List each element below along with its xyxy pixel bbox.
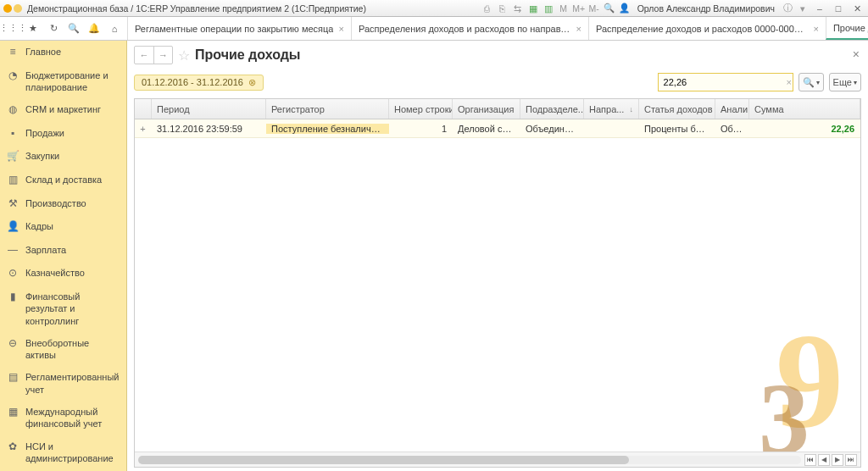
tab-raspredelenie-doc[interactable]: Распределение доходов и расходов 0000-00…: [588, 17, 826, 40]
tab-raspredeleniya[interactable]: Распределения доходов и расходов по напр…: [351, 17, 588, 40]
box-icon: ▪: [7, 127, 19, 141]
money-icon: —: [7, 244, 19, 258]
tab-prochie-dokhody[interactable]: Прочие доходы ×: [826, 17, 868, 40]
book-icon: ▤: [7, 371, 19, 385]
search-box[interactable]: ×: [658, 73, 793, 91]
m-minus-icon[interactable]: M-: [588, 3, 600, 14]
sidebar-item-ifrs[interactable]: ▦Международный финансовый учет: [0, 401, 126, 435]
search-input[interactable]: [659, 77, 786, 87]
window-title: Демонстрационная база / 1С:ERP Управлени…: [27, 3, 366, 14]
watermark-icon-2: 3: [759, 379, 810, 452]
table-row[interactable]: + 31.12.2016 23:59:59 Поступление безнал…: [135, 119, 860, 138]
more-label: Еще: [833, 77, 852, 87]
sidebar-item-production[interactable]: ⚒Производство: [0, 192, 126, 216]
col-registrator[interactable]: Регистратор: [266, 99, 389, 119]
sidebar-item-warehouse[interactable]: ▥Склад и доставка: [0, 169, 126, 192]
sidebar-item-treasury[interactable]: ⊙Казначейство: [0, 262, 126, 285]
people-icon: 👤: [7, 220, 19, 234]
col-period[interactable]: Период: [152, 99, 266, 119]
asset-icon: ⊖: [7, 337, 19, 351]
sidebar-item-label: Склад и доставка: [25, 174, 102, 186]
print-icon[interactable]: ⎙: [481, 3, 493, 14]
sidebar-item-label: Закупки: [25, 150, 59, 162]
target-icon: ◍: [7, 103, 19, 117]
dropdown-icon[interactable]: ▾: [797, 3, 809, 14]
clear-search-icon[interactable]: ×: [786, 77, 793, 87]
app-badge-icon-2: [14, 4, 22, 13]
sidebar-item-regaccount[interactable]: ▤Регламентированный учет: [0, 366, 126, 401]
maximize-button[interactable]: □: [831, 3, 846, 14]
sidebar-item-hr[interactable]: 👤Кадры: [0, 215, 126, 239]
sidebar-item-main[interactable]: ≡Главное: [0, 41, 126, 64]
favorite-page-icon[interactable]: ☆: [178, 47, 190, 64]
col-org[interactable]: Организация: [453, 99, 520, 119]
col-sum[interactable]: Сумма: [749, 99, 860, 119]
chevron-down-icon: ▾: [854, 79, 857, 86]
window-titlebar: Демонстрационная база / 1С:ERP Управлени…: [0, 0, 868, 17]
grid-body[interactable]: + 31.12.2016 23:59:59 Поступление безнал…: [135, 119, 860, 452]
sidebar-item-label: Международный финансовый учет: [25, 406, 120, 430]
page-prev-button[interactable]: ◀: [818, 454, 830, 466]
calc-icon[interactable]: ▦: [527, 3, 539, 14]
link-icon[interactable]: ⎘: [497, 3, 509, 14]
col-direction[interactable]: Напра...↓: [584, 99, 639, 119]
notifications-icon[interactable]: 🔔: [85, 19, 103, 38]
calendar-icon[interactable]: ▥: [542, 3, 554, 14]
menu-icon: ≡: [7, 46, 19, 59]
main-toolbar: ⋮⋮⋮ ★ ↻ 🔍 🔔 ⌂ Регламентные операции по з…: [0, 17, 868, 41]
sidebar-item-finresult[interactable]: ▮Финансовый результат и контроллинг: [0, 285, 126, 332]
col-analytics[interactable]: Анали...: [715, 99, 749, 119]
search-global-icon[interactable]: 🔍: [604, 3, 615, 14]
m-plus-icon[interactable]: M+: [573, 3, 585, 14]
col-line-no[interactable]: Номер строки: [389, 99, 453, 119]
sidebar-item-sales[interactable]: ▪Продажи: [0, 122, 126, 146]
col-expand[interactable]: [135, 99, 152, 119]
date-filter-badge[interactable]: 01.12.2016 - 31.12.2016 ⊗: [134, 75, 264, 91]
home-icon[interactable]: ⌂: [105, 19, 124, 38]
minimize-button[interactable]: –: [812, 3, 827, 14]
page-last-button[interactable]: ⏭: [845, 454, 857, 466]
search-icon[interactable]: 🔍: [64, 19, 83, 38]
nav-back-button[interactable]: ←: [135, 47, 153, 64]
magnifier-icon: 🔍: [803, 77, 815, 88]
horizontal-scrollbar[interactable]: [138, 456, 801, 464]
clear-date-icon[interactable]: ⊗: [248, 77, 256, 88]
find-button[interactable]: 🔍▾: [798, 73, 824, 91]
more-button[interactable]: Еще▾: [829, 73, 861, 91]
favorite-icon[interactable]: ★: [24, 19, 42, 38]
cell-registrator[interactable]: Поступление безналичных ДС ...: [266, 124, 389, 134]
info-icon[interactable]: ⓘ: [782, 3, 793, 14]
cell-sum: 22,26: [749, 124, 860, 134]
nav-forward-button[interactable]: →: [153, 47, 172, 64]
date-range-label: 01.12.2016 - 31.12.2016: [142, 77, 243, 87]
apps-icon[interactable]: ⋮⋮⋮: [3, 19, 22, 38]
col-dept[interactable]: Подразделе...: [520, 99, 584, 119]
compare-icon[interactable]: ⇆: [512, 3, 524, 14]
sidebar-item-assets[interactable]: ⊖Внеоборотные активы: [0, 332, 126, 367]
tab-label: Распределения доходов и расходов по напр…: [359, 24, 571, 34]
sidebar-item-budget[interactable]: ◔Бюджетирование и планирование: [0, 64, 126, 99]
close-page-button[interactable]: ×: [853, 47, 860, 61]
expand-icon[interactable]: +: [135, 124, 152, 134]
sidebar-item-admin[interactable]: ✿НСИ и администрирование: [0, 435, 126, 470]
page-next-button[interactable]: ▶: [832, 454, 843, 466]
current-user[interactable]: Орлов Александр Владимирович: [637, 3, 775, 14]
page-first-button[interactable]: ⏮: [804, 454, 816, 466]
user-icon: 👤: [619, 3, 631, 14]
sidebar-item-crm[interactable]: ◍CRM и маркетинг: [0, 98, 126, 122]
close-icon[interactable]: ×: [813, 24, 818, 34]
tab-reglament[interactable]: Регламентные операции по закрытию месяца…: [127, 17, 351, 40]
chart-icon: ◔: [7, 69, 19, 83]
chevron-down-icon: ▾: [816, 79, 820, 86]
close-icon[interactable]: ×: [576, 24, 581, 34]
close-window-button[interactable]: ✕: [849, 3, 865, 14]
history-icon[interactable]: ↻: [44, 19, 63, 38]
sidebar-item-payroll[interactable]: —Зарплата: [0, 239, 126, 263]
close-icon[interactable]: ×: [338, 24, 343, 34]
ruble-icon: ⊙: [7, 267, 19, 280]
scrollbar-thumb[interactable]: [138, 456, 629, 464]
sidebar-item-purchases[interactable]: 🛒Закупки: [0, 145, 126, 169]
sidebar-item-label: Финансовый результат и контроллинг: [25, 291, 120, 327]
col-income-item[interactable]: Статья доходов: [639, 99, 715, 119]
m-icon[interactable]: M: [558, 3, 570, 14]
